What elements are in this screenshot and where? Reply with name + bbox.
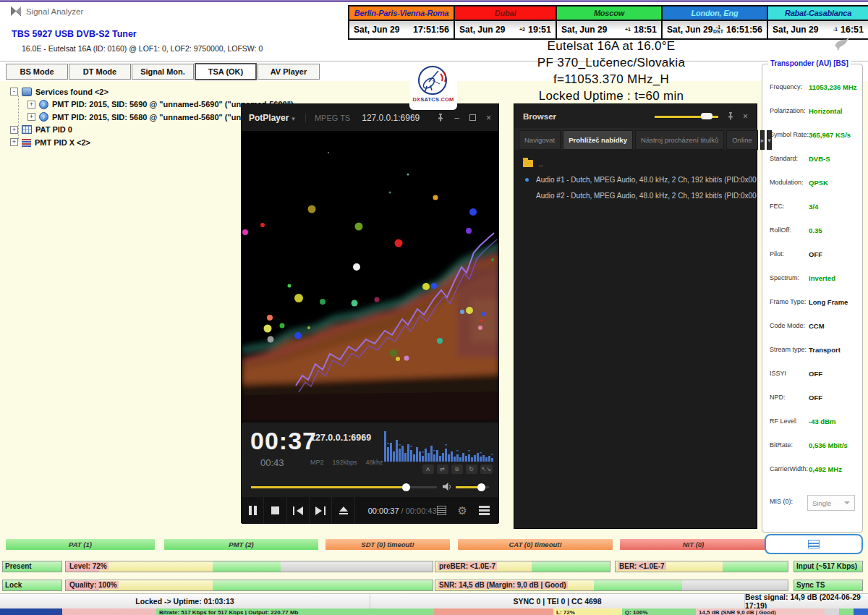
tree-node-label: PMT PID X <2> (35, 138, 90, 147)
browser-title: Browser (523, 112, 556, 121)
input-bitrate-indicator: Input (~517 Kbps) (793, 561, 863, 572)
transponder-row: CarrierWidth: 0,492 MHz (762, 465, 862, 475)
tree-expander[interactable]: + (10, 138, 18, 146)
volume-slider[interactable] (456, 486, 489, 488)
opacity-knob[interactable] (701, 113, 712, 119)
transponder-panel-title: Transponder (AU) [BS] (768, 59, 851, 67)
minimize-icon[interactable]: – (454, 114, 459, 122)
browser-tab[interactable]: Navigovat (519, 130, 561, 150)
samplerate-label: 48khz (366, 459, 383, 466)
maximize-icon[interactable] (469, 114, 476, 121)
cutoff-segment (825, 608, 839, 615)
transponder-row: Modulation: QPSK (762, 179, 862, 189)
browser-tab[interactable]: Online (726, 130, 757, 150)
mis-dropdown[interactable]: Single (807, 495, 855, 511)
settings-gear-icon[interactable]: ⚙ (458, 505, 467, 516)
lock-uptime-status: Locked -> Uptime: 01:03:13 (0, 594, 370, 608)
tree-row[interactable]: - Services found <2> (10, 85, 294, 98)
close-icon[interactable]: × (486, 114, 491, 122)
clock-time: 17:51:56 (413, 25, 449, 35)
browser-tab[interactable]: Prohlížeč nabídky (563, 130, 633, 150)
tab-scroll-next-button[interactable]: ▸ (760, 130, 765, 150)
logo-graphic (417, 64, 450, 97)
psi-status-segment: PMT (2) (164, 539, 318, 550)
pin-icon[interactable] (437, 114, 444, 122)
menu-button[interactable] (479, 504, 490, 517)
fullscreen-button[interactable]: ↖↘ (480, 465, 493, 474)
sync-ts-indicator: Sync TS (793, 580, 863, 591)
mode-tab[interactable]: DT Mode (69, 64, 131, 80)
clock-utc-offset: -1 DST (713, 25, 723, 34)
mis-label: MIS (0): (770, 498, 793, 505)
cutoff-meter-strip: Bitrate: 517 Kbps for 517 Kbps | Output:… (0, 608, 868, 615)
parameter-label: Spectrum: (770, 274, 799, 281)
mode-tab[interactable]: BS Mode (6, 64, 68, 80)
transponder-row: Stream type: Transport (762, 346, 862, 356)
parameter-label: BitRate: (770, 441, 793, 449)
parameter-label: ISSYI (770, 370, 786, 377)
annotation-satellite: Eutelsat 16A at 16.0°E (467, 38, 756, 54)
loop-button[interactable]: ↻ (466, 465, 477, 474)
playlist-button[interactable] (437, 506, 446, 515)
transponder-row: ISSYI OFF (762, 370, 862, 380)
parameter-value: OFF (809, 370, 822, 378)
stream-type-label: MPEG TS (305, 114, 350, 122)
tree-node-icon (22, 125, 32, 134)
bitrate-label: 192kbps (333, 459, 357, 466)
transponder-row: FEC: 3/4 (762, 203, 862, 213)
cutoff-segment: L: 72% (553, 608, 622, 615)
parent-folder-row[interactable]: .. (514, 156, 757, 171)
pin-icon[interactable] (727, 112, 734, 120)
ab-repeat-a-button[interactable]: A (422, 465, 434, 474)
total-time-small: 00:43 (260, 457, 284, 468)
ab-swap-button[interactable]: ⇄ (437, 465, 448, 474)
volume-icon[interactable] (443, 483, 452, 491)
quality-meter: Quality: 100% (65, 580, 433, 591)
browser-opacity-slider[interactable] (655, 113, 718, 120)
parameter-label: NPD: (770, 394, 786, 401)
potplayer-titlebar[interactable]: PotPlayer ▾ MPEG TS 127.0.0.1:6969 – × (242, 104, 498, 131)
pause-button[interactable] (242, 497, 264, 524)
close-icon[interactable]: × (743, 112, 748, 121)
mode-tabs: BS Mode DT Mode Signal Mon. TSA (OK) AV … (6, 64, 320, 80)
tree-expander[interactable]: - (10, 88, 18, 96)
seek-knob[interactable] (402, 483, 410, 491)
annotation-site: PF 370_Lučenec/Slovakia (467, 54, 756, 71)
position-timecode: 00:00:37 (368, 506, 399, 515)
seek-slider[interactable] (251, 486, 437, 488)
browser-tab[interactable]: Nástroj procházení titulků (635, 130, 724, 150)
previous-button[interactable] (287, 497, 310, 524)
music-visualization (242, 131, 498, 423)
mode-tab[interactable]: AV Player (258, 64, 320, 80)
clock-utc-offset: +1 (625, 27, 631, 32)
cutoff-segment (854, 608, 868, 615)
browser-titlebar[interactable]: Browser × (514, 104, 757, 128)
player-controls: 00:00:37 / 00:00:43 ⚙ (242, 497, 498, 524)
audio-track-row[interactable]: Audio #1 - Dutch, MPEG Audio, 48.0 kHz, … (514, 171, 757, 187)
ab-repeat-b-button[interactable]: B (451, 465, 463, 474)
tree-expander[interactable]: + (27, 113, 35, 121)
clock-date: Sat, Jun 29 (667, 25, 712, 35)
parameter-value: OFF (809, 394, 822, 402)
tab-more-button[interactable]: ▾ (767, 130, 772, 150)
browser-tabs: Navigovat Prohlížeč nabídky Nástroj proc… (514, 128, 757, 150)
transponder-row: Pilot: OFF (762, 250, 862, 260)
potplayer-menu[interactable]: PotPlayer (249, 113, 289, 123)
next-button[interactable] (310, 497, 332, 524)
tree-expander[interactable]: + (10, 126, 18, 134)
audio-track-row[interactable]: Audio #2 - Dutch, MPEG Audio, 48.0 kHz, … (514, 187, 757, 203)
clock: Dubai Sat, Jun 29 +2 19:51 (455, 7, 557, 38)
clock-date: Sat, Jun 29 (773, 25, 818, 35)
save-transponder-button[interactable] (765, 534, 863, 554)
video-area[interactable] (242, 131, 498, 423)
parameter-label: Stream type: (770, 346, 807, 353)
volume-knob[interactable] (477, 483, 485, 491)
tree-expander[interactable]: + (27, 101, 35, 109)
clock-date: Sat, Jun 29 (354, 25, 399, 35)
eject-button[interactable] (332, 497, 354, 524)
mode-tab[interactable]: Signal Mon. (132, 64, 194, 80)
mode-tab[interactable]: TSA (OK) (195, 63, 257, 80)
stop-button[interactable] (264, 497, 286, 524)
parameter-label: RF Level: (770, 417, 798, 425)
seek-row (242, 477, 498, 497)
